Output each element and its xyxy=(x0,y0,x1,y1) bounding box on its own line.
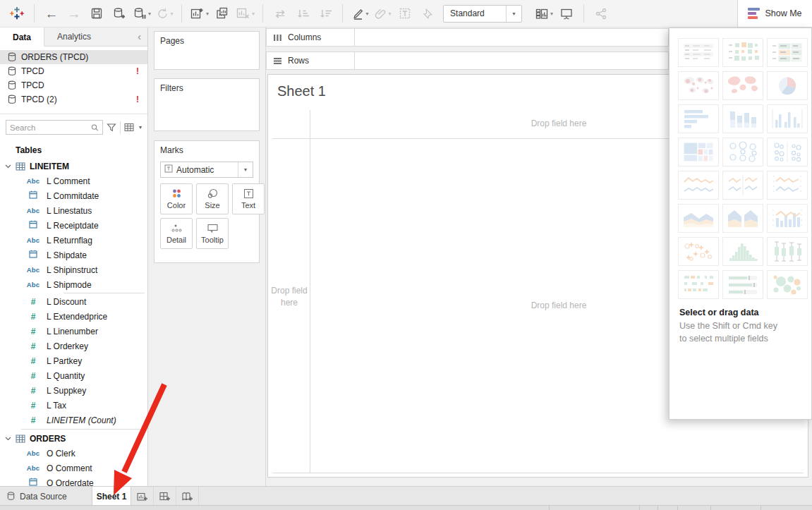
field-item[interactable]: #L Orderkey xyxy=(0,339,147,353)
back-icon[interactable]: ← xyxy=(42,4,61,23)
save-icon[interactable] xyxy=(87,4,106,23)
field-item[interactable]: AbcO Clerk xyxy=(0,446,147,461)
showme-text-table[interactable] xyxy=(678,38,719,67)
showme-bullet-graph[interactable] xyxy=(722,270,763,299)
highlight-icon[interactable]: ▾ xyxy=(351,4,369,23)
chevron-down-icon[interactable] xyxy=(5,437,11,441)
field-item[interactable]: L Shipdate xyxy=(0,248,147,262)
showme-dual-combination[interactable] xyxy=(767,204,808,233)
showme-heat-map[interactable] xyxy=(722,38,763,67)
tab-analytics[interactable]: Analytics xyxy=(44,28,104,46)
collapse-pane-icon[interactable]: ‹ xyxy=(131,28,147,46)
show-hide-cards-caret[interactable]: ▾ xyxy=(550,11,553,17)
datasource-item[interactable]: TPCD (2) ! xyxy=(0,92,147,107)
highlight-caret[interactable]: ▾ xyxy=(366,11,369,17)
data-source-tab[interactable]: Data Source xyxy=(0,487,92,506)
showme-discrete-area[interactable] xyxy=(722,204,763,233)
showme-dual-lines[interactable] xyxy=(767,171,808,200)
color-button[interactable]: Color xyxy=(160,183,193,214)
pages-shelf[interactable]: Pages xyxy=(154,31,260,70)
new-story-tab-button[interactable] xyxy=(176,487,199,506)
field-item[interactable]: L Commitdate xyxy=(0,188,147,203)
view-options-icon[interactable] xyxy=(124,123,134,132)
datasource-item[interactable]: ORDERS (TPCD) xyxy=(0,50,147,64)
new-worksheet-caret[interactable]: ▾ xyxy=(206,11,209,17)
showme-treemap[interactable] xyxy=(678,138,719,166)
table-group-lineitem[interactable]: LINEITEM xyxy=(0,159,147,174)
text-mark-icon xyxy=(161,164,176,175)
pause-auto-updates-caret[interactable]: ▾ xyxy=(148,11,151,17)
show-hide-cards-icon[interactable]: ▾ xyxy=(535,4,553,23)
showme-side-by-side-circles[interactable] xyxy=(767,138,808,166)
showme-continuous-lines[interactable] xyxy=(678,171,719,200)
size-button[interactable]: Size xyxy=(196,183,229,214)
view-options-caret[interactable]: ▾ xyxy=(139,124,142,130)
field-item[interactable]: #L Discount xyxy=(0,294,147,309)
rows-shelf-label: Rows xyxy=(267,52,355,69)
data-pane: Data Analytics ‹ ORDERS (TPCD) TPCD ! TP… xyxy=(0,28,148,486)
columns-shelf[interactable]: Columns xyxy=(266,28,669,47)
field-item[interactable]: AbcL Shipinstruct xyxy=(0,262,147,277)
datasource-list: ORDERS (TPCD) TPCD ! TPCD TPCD (2) ! xyxy=(0,47,147,111)
showme-packed-bubbles[interactable] xyxy=(767,270,808,299)
datasource-label: ORDERS (TPCD) xyxy=(21,52,88,62)
showme-box-and-whisker[interactable] xyxy=(767,237,808,266)
new-worksheet-tab-button[interactable] xyxy=(131,487,154,506)
showme-scatter-plot[interactable] xyxy=(678,237,719,266)
new-data-source-icon[interactable] xyxy=(110,4,128,23)
new-worksheet-icon[interactable]: ▾ xyxy=(190,4,209,23)
field-item[interactable]: AbcL Comment xyxy=(0,174,147,188)
datasource-item[interactable]: TPCD xyxy=(0,78,147,92)
field-item[interactable]: #LINEITEM (Count) xyxy=(0,413,147,427)
field-item[interactable]: AbcO Comment xyxy=(0,461,147,475)
chevron-down-icon[interactable] xyxy=(5,164,11,169)
sheet1-tab[interactable]: Sheet 1 xyxy=(92,487,131,506)
text-button[interactable]: Text xyxy=(232,183,265,214)
datasource-item[interactable]: TPCD ! xyxy=(0,64,147,78)
rows-shelf[interactable]: Rows xyxy=(266,51,669,70)
filter-fields-icon[interactable] xyxy=(107,123,116,133)
presentation-mode-icon[interactable] xyxy=(557,4,576,23)
date-field-icon xyxy=(26,250,40,260)
field-item[interactable]: #L Suppkey xyxy=(0,383,147,398)
show-me-button[interactable]: Show Me xyxy=(737,0,812,28)
showme-symbol-map[interactable] xyxy=(678,71,719,100)
mark-type-caret[interactable]: ▾ xyxy=(238,162,253,177)
search-input-box[interactable] xyxy=(6,120,103,135)
text-field-icon: Abc xyxy=(26,281,40,289)
showme-discrete-lines[interactable] xyxy=(722,171,763,200)
showme-circle-views[interactable] xyxy=(722,138,763,166)
showme-gantt[interactable] xyxy=(678,270,719,299)
showme-side-by-side-bars[interactable] xyxy=(767,104,808,133)
field-item[interactable]: #L Tax xyxy=(0,398,147,413)
showme-filled-map[interactable] xyxy=(722,71,763,100)
showme-continuous-area[interactable] xyxy=(678,204,719,233)
field-item[interactable]: L Receiptdate xyxy=(0,218,147,233)
field-item[interactable]: O Orderdate xyxy=(0,475,147,486)
fit-selector[interactable]: Standard ▾ xyxy=(443,5,522,23)
field-item[interactable]: #L Linenumber xyxy=(0,324,147,339)
field-item[interactable]: #L Partkey xyxy=(0,353,147,368)
detail-button[interactable]: Detail xyxy=(160,218,193,249)
fit-selector-caret[interactable]: ▾ xyxy=(506,6,521,22)
tooltip-button[interactable]: Tooltip xyxy=(196,218,229,249)
new-dashboard-tab-button[interactable] xyxy=(154,487,176,506)
showme-histogram[interactable] xyxy=(722,237,763,266)
showme-highlight-table[interactable] xyxy=(767,38,808,67)
field-item[interactable]: #L Extendedprice xyxy=(0,309,147,324)
showme-stacked-bars[interactable] xyxy=(722,104,763,133)
tab-data[interactable]: Data xyxy=(0,28,44,47)
field-item[interactable]: AbcL Shipmode xyxy=(0,277,147,292)
drop-field-left[interactable]: Drop field here xyxy=(271,285,308,309)
filters-shelf[interactable]: Filters xyxy=(154,78,260,131)
search-input[interactable] xyxy=(10,123,91,132)
field-item[interactable]: AbcL Returnflag xyxy=(0,233,147,248)
mark-type-dropdown[interactable]: Automatic ▾ xyxy=(160,162,253,178)
duplicate-sheet-icon[interactable] xyxy=(213,4,231,23)
table-group-orders[interactable]: ORDERS xyxy=(0,431,147,446)
field-item[interactable]: #L Quantity xyxy=(0,368,147,383)
pause-auto-updates-icon[interactable]: ▾ xyxy=(133,4,151,23)
field-item[interactable]: AbcL Linestatus xyxy=(0,203,147,218)
showme-pie-chart[interactable] xyxy=(767,71,808,100)
showme-horizontal-bars[interactable] xyxy=(678,104,719,133)
